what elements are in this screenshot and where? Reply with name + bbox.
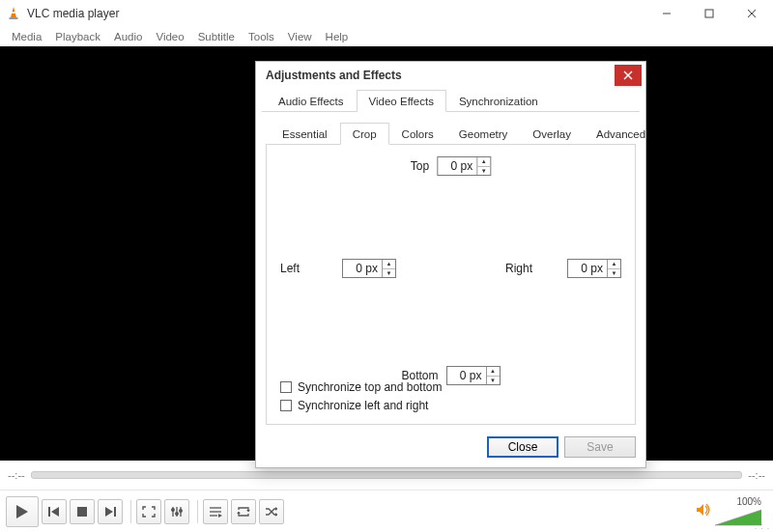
svg-rect-12 <box>114 507 116 517</box>
window-maximize-button[interactable] <box>688 0 730 27</box>
svg-point-17 <box>176 512 179 515</box>
spin-down-icon[interactable]: ▼ <box>608 269 620 278</box>
checkbox-icon <box>280 400 292 411</box>
menu-video[interactable]: Video <box>150 29 189 44</box>
tab-advanced[interactable]: Advanced <box>584 123 658 145</box>
speaker-icon[interactable] <box>696 503 711 520</box>
svg-marker-27 <box>697 504 703 516</box>
tab-video-effects[interactable]: Video Effects <box>357 90 446 112</box>
svg-marker-25 <box>275 507 277 511</box>
menu-help[interactable]: Help <box>320 29 355 44</box>
sync-tb-label: Synchronize top and bottom <box>298 380 442 394</box>
playback-controls: 100% . .. . . <box>0 490 773 532</box>
menu-media[interactable]: Media <box>6 29 47 44</box>
crop-right-label: Right <box>505 262 550 275</box>
crop-panel: Top 0 px ▲▼ Left 0 px ▲▼ Right 0 px ▲▼ B… <box>266 145 636 425</box>
svg-rect-8 <box>48 507 50 517</box>
spin-up-icon[interactable]: ▲ <box>487 367 500 377</box>
tab-colors[interactable]: Colors <box>389 123 446 145</box>
crop-left-label: Left <box>280 262 325 275</box>
play-button[interactable] <box>6 496 39 527</box>
tab-essential[interactable]: Essential <box>270 123 340 145</box>
crop-left-value: 0 px <box>343 262 382 275</box>
svg-marker-11 <box>105 507 113 517</box>
tab-synchronization[interactable]: Synchronization <box>446 90 551 112</box>
close-button[interactable]: Close <box>487 436 558 458</box>
tab-crop[interactable]: Crop <box>340 123 389 145</box>
window-title: VLC media player <box>27 7 645 20</box>
menu-audio[interactable]: Audio <box>108 29 148 44</box>
resize-grip[interactable]: . .. . . <box>755 521 770 529</box>
spin-up-icon[interactable]: ▲ <box>608 260 620 269</box>
window-minimize-button[interactable] <box>645 0 688 27</box>
save-button[interactable]: Save <box>564 436 636 458</box>
crop-right-value: 0 px <box>568 262 607 275</box>
crop-top-value: 0 px <box>438 159 476 173</box>
spin-down-icon[interactable]: ▼ <box>477 167 490 176</box>
window-titlebar: VLC media player <box>0 0 773 27</box>
svg-rect-10 <box>77 507 87 517</box>
fullscreen-button[interactable] <box>136 499 161 524</box>
crop-bottom-spin[interactable]: 0 px ▲▼ <box>446 366 501 385</box>
app-icon <box>6 6 21 21</box>
spin-up-icon[interactable]: ▲ <box>383 260 395 269</box>
spin-down-icon[interactable]: ▼ <box>487 377 500 385</box>
checkbox-icon <box>280 381 292 393</box>
time-total: --:-- <box>748 469 765 481</box>
tab-overlay[interactable]: Overlay <box>520 123 584 145</box>
playlist-button[interactable] <box>203 499 228 524</box>
sync-lr-label: Synchronize left and right <box>298 399 428 412</box>
crop-right-spin[interactable]: 0 px ▲▼ <box>567 259 621 278</box>
sync-top-bottom-checkbox[interactable]: Synchronize top and bottom <box>280 380 442 394</box>
svg-marker-7 <box>16 505 28 518</box>
dialog-title: Adjustments and Effects <box>266 69 615 82</box>
extended-settings-button[interactable] <box>164 499 189 524</box>
svg-rect-1 <box>11 12 16 14</box>
previous-button[interactable] <box>42 499 67 524</box>
menubar: Media Playback Audio Video Subtitle Tool… <box>0 27 773 46</box>
svg-marker-9 <box>51 507 59 517</box>
seek-slider[interactable] <box>31 471 743 479</box>
next-button[interactable] <box>98 499 123 524</box>
svg-rect-2 <box>10 17 18 19</box>
separator <box>197 500 198 523</box>
volume-value: 100% <box>736 496 761 507</box>
sync-left-right-checkbox[interactable]: Synchronize left and right <box>280 399 442 412</box>
svg-point-16 <box>172 508 175 511</box>
dialog-close-button[interactable] <box>615 65 642 86</box>
svg-marker-26 <box>275 513 277 517</box>
svg-marker-23 <box>246 510 250 512</box>
sub-tabs: Essential Crop Colors Geometry Overlay A… <box>266 122 636 145</box>
crop-top-spin[interactable]: 0 px ▲▼ <box>437 156 491 176</box>
crop-bottom-value: 0 px <box>447 369 486 382</box>
svg-rect-4 <box>705 10 713 17</box>
loop-button[interactable] <box>231 499 256 524</box>
menu-subtitle[interactable]: Subtitle <box>192 29 241 44</box>
shuffle-button[interactable] <box>259 499 284 524</box>
time-elapsed: --:-- <box>8 469 25 481</box>
menu-tools[interactable]: Tools <box>243 29 280 44</box>
tab-audio-effects[interactable]: Audio Effects <box>266 90 357 112</box>
spin-up-icon[interactable]: ▲ <box>477 157 490 167</box>
separator <box>130 500 131 523</box>
crop-top-label: Top <box>411 159 429 173</box>
stop-button[interactable] <box>70 499 95 524</box>
svg-marker-22 <box>218 514 222 518</box>
menu-view[interactable]: View <box>282 29 318 44</box>
adjustments-effects-dialog: Adjustments and Effects Audio Effects Vi… <box>255 61 646 468</box>
menu-playback[interactable]: Playback <box>49 29 106 44</box>
window-close-button[interactable] <box>730 0 773 27</box>
crop-left-spin[interactable]: 0 px ▲▼ <box>342 259 396 278</box>
svg-marker-24 <box>237 512 241 514</box>
tab-geometry[interactable]: Geometry <box>446 123 521 145</box>
svg-point-18 <box>180 509 183 512</box>
spin-down-icon[interactable]: ▼ <box>383 269 395 278</box>
main-tabs: Audio Effects Video Effects Synchronizat… <box>262 89 640 112</box>
